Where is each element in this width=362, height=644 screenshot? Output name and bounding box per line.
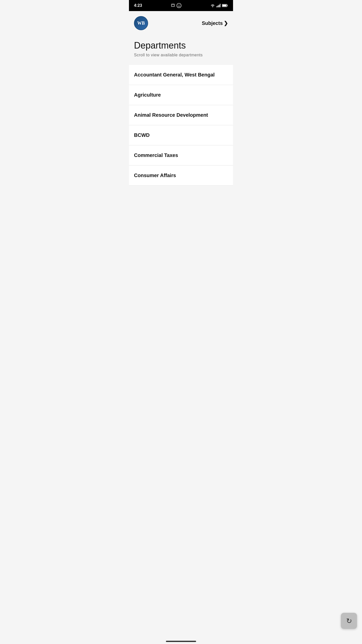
department-name: Consumer Affairs xyxy=(134,173,176,178)
svg-rect-2 xyxy=(173,5,174,5)
status-bar: 4:23 xyxy=(129,0,233,11)
page-title: Departments xyxy=(134,40,228,51)
department-item[interactable]: Commercial Taxes xyxy=(129,145,233,166)
department-item[interactable]: Animal Resource Development xyxy=(129,105,233,125)
svg-rect-11 xyxy=(222,5,227,7)
department-name: Accountant General, West Bengal xyxy=(134,72,215,77)
svg-rect-7 xyxy=(218,6,218,7)
department-item[interactable]: Agriculture xyxy=(129,85,233,105)
svg-rect-6 xyxy=(216,6,217,7)
department-item[interactable]: Accountant General, West Bengal xyxy=(129,65,233,85)
department-name: Agriculture xyxy=(134,92,161,98)
svg-rect-1 xyxy=(172,5,173,5)
status-time: 4:23 xyxy=(134,3,142,8)
svg-point-5 xyxy=(179,5,180,5)
svg-rect-8 xyxy=(219,5,219,7)
app-header: WB Subjects ❯ xyxy=(129,11,233,33)
status-left-icons xyxy=(171,3,182,8)
department-name: BCWD xyxy=(134,132,150,138)
department-name: Animal Resource Development xyxy=(134,112,208,118)
signal-icon xyxy=(216,4,220,7)
subjects-label: Subjects xyxy=(202,20,223,26)
svg-rect-9 xyxy=(220,4,221,7)
logo-text: WB xyxy=(137,21,145,25)
subjects-nav[interactable]: Subjects ❯ xyxy=(202,20,228,26)
app-logo[interactable]: WB xyxy=(134,16,148,30)
svg-point-4 xyxy=(178,5,178,5)
page-subtitle: Scroll to view available departments xyxy=(134,53,228,57)
wifi-icon xyxy=(210,4,215,7)
departments-list: Accountant General, West BengalAgricultu… xyxy=(129,65,233,186)
notification-icon xyxy=(171,4,175,8)
department-name: Commercial Taxes xyxy=(134,152,178,158)
department-item[interactable]: Consumer Affairs xyxy=(129,166,233,186)
svg-point-3 xyxy=(177,3,181,8)
svg-rect-0 xyxy=(171,4,174,7)
status-icons xyxy=(210,4,228,7)
department-item[interactable]: BCWD xyxy=(129,125,233,145)
face-id-icon xyxy=(176,3,182,8)
page-title-section: Departments Scroll to view available dep… xyxy=(129,33,233,62)
chevron-right-icon: ❯ xyxy=(224,20,228,26)
battery-icon xyxy=(222,4,228,7)
